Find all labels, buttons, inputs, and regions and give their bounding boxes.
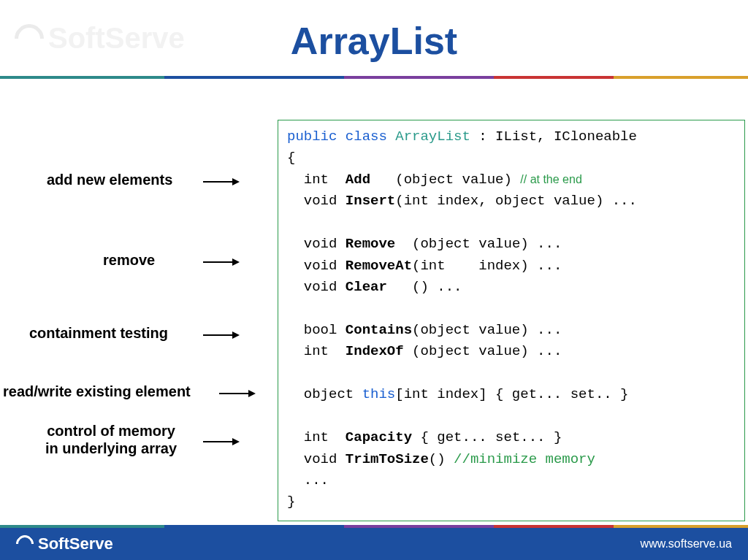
code-text: ... [287,472,329,488]
code-comment: //minimize memory [454,451,595,467]
label-contain: containment testing [29,324,168,342]
code-comment: // at the end [520,173,582,185]
code-text: (object value) ... [404,343,562,359]
content-area: add new elements remove containment test… [0,79,748,488]
footer-bar: SoftServe www.softserve.ua [0,528,748,560]
code-method: Contains [346,322,412,338]
code-method: Clear [346,279,387,295]
arrow-icon [219,390,256,397]
code-kw: public [287,129,337,145]
code-text: void [304,258,337,274]
s-icon [9,18,50,59]
watermark-logo: SoftServe [15,22,185,55]
code-text: (int index) ... [412,258,562,274]
code-text: (object value) ... [412,322,562,338]
code-text: (object value) ... [395,236,562,252]
code-method: Remove [346,236,395,252]
code-text: (object value) [370,172,520,188]
code-text: (int index, object value) ... [395,193,637,209]
code-method: TrimToSize [346,451,429,467]
code-text: void [304,193,337,209]
code-kw: class [346,129,387,145]
label-add: add new elements [47,171,172,188]
code-method: IndexOf [346,343,404,359]
s-icon [12,532,37,556]
arrow-icon [203,331,240,339]
footer-brand: SoftServe [38,534,113,553]
code-text: [int index] { get... set.. } [395,386,628,402]
footer-url: www.softserve.ua [641,537,732,551]
watermark-text: SoftServe [48,22,185,55]
footer-logo: SoftServe [16,534,113,553]
label-remove: remove [103,251,155,269]
code-text: } [287,494,295,510]
code-method: Capacity [346,429,412,445]
label-readwrite: read/write existing element [3,383,191,400]
code-text: () [429,451,454,467]
code-text: int [304,429,329,445]
code-method: RemoveAt [346,258,412,274]
code-text: bool [304,322,337,338]
code-kw: this [362,386,396,402]
code-box: public class ArrayList : IList, ICloneab… [278,120,745,521]
label-memory: control of memory in underlying array [45,422,177,457]
code-text: int [304,343,329,359]
code-method: Insert [346,193,395,209]
label-memory-line1: control of memory [47,423,175,439]
code-text: void [304,236,337,252]
code-text: { get... set... } [412,429,562,445]
code-text: int [304,172,329,188]
arrow-icon [203,438,240,445]
code-text: () ... [387,279,462,295]
label-memory-line2: in underlying array [45,440,177,456]
code-typename: ArrayList [395,129,470,145]
code-text: void [304,451,337,467]
code-method: Add [346,172,370,188]
code-text: { [287,150,295,166]
footer: SoftServe www.softserve.ua [0,525,748,560]
arrow-icon [203,178,240,185]
code-text: void [304,279,337,295]
code-text: : IList, ICloneable [470,129,637,145]
code-text: object [287,386,362,402]
arrow-icon [203,258,240,266]
